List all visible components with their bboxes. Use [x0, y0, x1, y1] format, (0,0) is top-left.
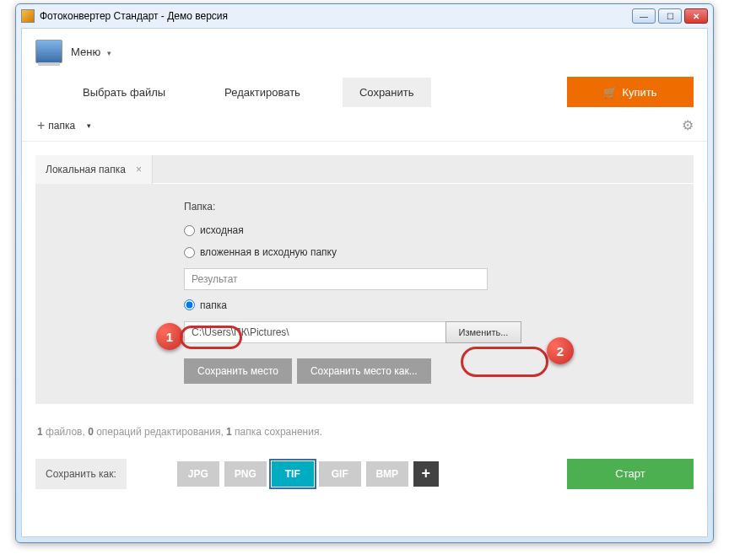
window-title: Фотоконвертер Стандарт - Демо версия	[40, 10, 632, 22]
save-as-label: Сохранить как:	[35, 459, 127, 489]
path-input[interactable]	[184, 321, 446, 343]
radio-nested[interactable]	[184, 247, 195, 258]
minimize-button[interactable]: —	[632, 8, 656, 24]
close-icon[interactable]: ×	[136, 164, 142, 175]
save-place-button[interactable]: Сохранить место	[184, 358, 292, 384]
format-group: JPG PNG TIF GIF BMP +	[177, 461, 439, 487]
content-area: Локальная папка × Папка: исходная вложен…	[22, 142, 707, 417]
radio-nested-row[interactable]: вложенная в исходную папку	[184, 246, 668, 258]
menu-label: Меню	[71, 46, 100, 58]
radio-source-label: исходная	[200, 224, 244, 236]
change-button[interactable]: Изменить...	[446, 321, 521, 343]
chevron-down-icon[interactable]: ▾	[87, 121, 91, 130]
panel-body: Папка: исходная вложенная в исходную пап…	[35, 184, 694, 404]
save-buttons: Сохранить место Сохранить место как...	[184, 358, 668, 384]
save-place-as-button[interactable]: Сохранить место как...	[297, 358, 431, 384]
ops-word: операций редактирования,	[94, 426, 226, 438]
format-add-button[interactable]: +	[413, 461, 439, 487]
nested-folder-input[interactable]	[184, 268, 488, 290]
settings-panel: Локальная папка × Папка: исходная вложен…	[35, 155, 694, 404]
menu-row: Меню ▾	[22, 29, 707, 74]
menu-dropdown[interactable]: Меню ▾	[71, 46, 111, 58]
app-logo-icon	[35, 40, 62, 63]
ops-count: 0	[88, 426, 94, 438]
radio-source-row[interactable]: исходная	[184, 224, 668, 236]
buy-label: Купить	[622, 86, 656, 99]
format-jpg[interactable]: JPG	[177, 461, 219, 487]
path-row: Изменить...	[184, 321, 668, 343]
folder-heading: Папка:	[184, 201, 668, 213]
radio-folder-label: папка	[200, 299, 227, 311]
add-folder-label[interactable]: папка	[48, 120, 75, 132]
folders-word: папка сохранения.	[232, 426, 322, 438]
radio-source[interactable]	[184, 225, 195, 236]
tab-select-files[interactable]: Выбрать файлы	[66, 78, 182, 107]
maximize-button[interactable]: ☐	[658, 8, 682, 24]
format-bmp[interactable]: BMP	[366, 461, 408, 487]
files-count: 1	[37, 426, 43, 438]
close-button[interactable]: ✕	[684, 8, 708, 24]
buy-button[interactable]: 🛒 Купить	[567, 77, 694, 107]
subtabs: Локальная папка ×	[35, 155, 694, 184]
titlebar[interactable]: Фотоконвертер Стандарт - Демо версия — ☐…	[16, 4, 713, 28]
format-tif[interactable]: TIF	[272, 461, 314, 487]
nav-row: Выбрать файлы Редактировать Сохранить 🛒 …	[22, 74, 707, 110]
tab-save[interactable]: Сохранить	[343, 78, 431, 107]
format-gif[interactable]: GIF	[319, 461, 361, 487]
bottom-bar: Сохранить как: JPG PNG TIF GIF BMP + Ста…	[22, 453, 707, 495]
tab-edit[interactable]: Редактировать	[208, 78, 317, 107]
plus-icon[interactable]: +	[37, 118, 45, 133]
window-frame: Фотоконвертер Стандарт - Демо версия — ☐…	[15, 3, 714, 543]
subtab-label: Локальная папка	[46, 164, 126, 175]
radio-nested-label: вложенная в исходную папку	[200, 246, 337, 258]
format-png[interactable]: PNG	[224, 461, 267, 487]
files-word: файлов,	[43, 426, 88, 438]
app-icon	[21, 9, 35, 23]
radio-folder[interactable]	[184, 299, 195, 310]
radio-folder-row[interactable]: папка	[184, 299, 227, 311]
cart-icon: 🛒	[603, 86, 617, 99]
start-button[interactable]: Старт	[567, 459, 694, 489]
gear-icon[interactable]: ⚙	[682, 117, 694, 133]
subtab-local-folder[interactable]: Локальная папка ×	[35, 155, 153, 184]
status-bar: 1 файлов, 0 операций редактирования, 1 п…	[22, 417, 707, 453]
add-bar: + папка ▾ ⚙	[22, 110, 707, 142]
app-body: Меню ▾ Выбрать файлы Редактировать Сохра…	[21, 28, 708, 537]
chevron-down-icon: ▾	[107, 49, 111, 57]
folders-count: 1	[226, 426, 232, 438]
